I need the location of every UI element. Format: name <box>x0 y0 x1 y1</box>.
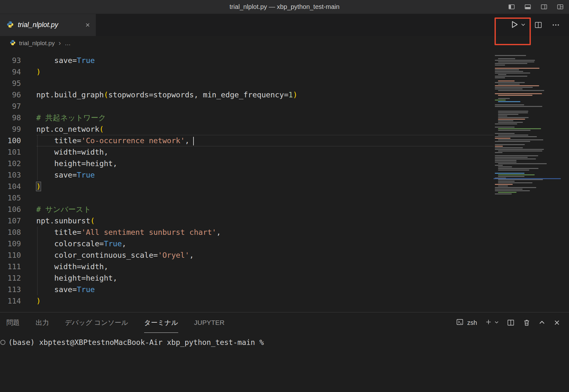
close-tab-icon[interactable] <box>85 22 91 28</box>
more-actions-icon[interactable] <box>551 21 560 29</box>
code-line-102[interactable]: 102 height=height, <box>0 158 494 169</box>
toggle-panel-icon[interactable] <box>524 3 531 10</box>
breadcrumb-file[interactable]: trial_nlplot.py <box>19 40 55 47</box>
code-token: stopwords=stopwords, min_edge_frequency= <box>108 90 288 99</box>
minimap-line <box>498 112 528 113</box>
minimap-line <box>495 127 515 128</box>
code-text[interactable]: save=True <box>36 55 494 66</box>
code-text[interactable]: height=height, <box>36 158 494 169</box>
panel-tab-debug-console[interactable]: デバッグ コンソール <box>65 312 128 333</box>
code-text[interactable]: # サンバースト <box>36 204 494 215</box>
split-editor-icon[interactable] <box>534 21 543 29</box>
code-text[interactable]: # 共起ネットワーク <box>36 112 494 123</box>
minimap-line <box>498 130 530 131</box>
close-panel-icon[interactable] <box>553 319 561 326</box>
code-text[interactable]: ) <box>36 181 494 192</box>
code-text[interactable] <box>36 192 494 204</box>
terminal-shell-selector[interactable]: zsh <box>456 318 477 328</box>
minimap-line <box>498 192 516 193</box>
terminal-prompt[interactable]: (base) xbptest@XBPtestnoMacBook-Air xbp_… <box>8 338 264 346</box>
code-line-105[interactable]: 105 <box>0 192 494 204</box>
code-line-106[interactable]: 106# サンバースト <box>0 204 494 215</box>
code-line-107[interactable]: 107npt.sunburst( <box>0 215 494 227</box>
toggle-secondary-sidebar-icon[interactable] <box>540 3 548 10</box>
code-text[interactable]: colorscale=True, <box>36 238 494 249</box>
code-text[interactable]: title='Co-occurrence network', <box>36 135 494 146</box>
kill-terminal-icon[interactable] <box>523 318 531 327</box>
terminal-panel[interactable]: (base) xbptest@XBPtestnoMacBook-Air xbp_… <box>0 333 569 347</box>
line-number: 99 <box>0 123 21 135</box>
code-line-99[interactable]: 99npt.co_network( <box>0 123 494 135</box>
code-text[interactable]: title='All sentiment sunburst chart', <box>36 227 494 238</box>
split-terminal-icon[interactable] <box>507 318 515 327</box>
code-text[interactable] <box>36 101 494 112</box>
code-line-97[interactable]: 97 <box>0 101 494 112</box>
line-number: 110 <box>0 249 21 261</box>
panel-tab-output[interactable]: 出力 <box>36 312 49 333</box>
maximize-panel-icon[interactable] <box>538 319 545 326</box>
minimap-line <box>498 150 542 151</box>
minimap-line <box>498 116 507 116</box>
line-number: 97 <box>0 101 21 112</box>
code-text[interactable]: save=True <box>36 169 494 181</box>
code-line-110[interactable]: 110 color_continuous_scale='Oryel', <box>0 249 494 261</box>
code-token: # 共起ネットワーク <box>36 113 106 122</box>
code-line-109[interactable]: 109 colorscale=True, <box>0 238 494 249</box>
panel-tab-problems[interactable]: 問題 <box>6 312 20 333</box>
code-line-111[interactable]: 111 width=width, <box>0 261 494 272</box>
tab-trial-nlplot[interactable]: trial_nlplot.py <box>0 14 96 36</box>
code-line-113[interactable]: 113 save=True <box>0 284 494 295</box>
code-line-108[interactable]: 108 title='All sentiment sunburst chart'… <box>0 227 494 238</box>
code-line-93[interactable]: 93 save=True <box>0 55 494 66</box>
run-python-file-button[interactable] <box>509 19 519 31</box>
customize-layout-icon[interactable] <box>557 3 564 10</box>
code-text[interactable]: npt.sunburst( <box>36 215 494 227</box>
code-line-96[interactable]: 96npt.build_graph(stopwords=stopwords, m… <box>0 89 494 101</box>
code-pane[interactable]: 93 save=True94)9596npt.build_graph(stopw… <box>0 51 494 312</box>
panel-tab-terminal[interactable]: ターミナル <box>144 312 178 333</box>
code-text[interactable]: width=width, <box>36 261 494 272</box>
code-text[interactable]: save=True <box>36 284 494 295</box>
line-number: 113 <box>0 284 21 295</box>
tab-label: trial_nlplot.py <box>18 21 58 29</box>
code-text[interactable]: ) <box>36 295 494 307</box>
minimap-line <box>495 187 536 188</box>
code-text[interactable]: color_continuous_scale='Oryel', <box>36 249 494 261</box>
line-number: 111 <box>0 261 21 272</box>
code-line-95[interactable]: 95 <box>0 78 494 89</box>
code-text[interactable]: npt.build_graph(stopwords=stopwords, min… <box>36 89 494 101</box>
minimap-line <box>495 100 506 101</box>
code-text[interactable]: ) <box>36 66 494 78</box>
code-line-103[interactable]: 103 save=True <box>0 169 494 181</box>
terminal-profile-chevron-icon[interactable] <box>494 320 499 326</box>
code-line-112[interactable]: 112 height=height, <box>0 272 494 284</box>
shell-label: zsh <box>467 319 477 326</box>
code-text[interactable]: height=height, <box>36 272 494 284</box>
code-line-101[interactable]: 101 width=width, <box>0 146 494 158</box>
minimap-line <box>495 149 544 150</box>
minimap-line <box>498 163 547 164</box>
code-text[interactable] <box>36 78 494 89</box>
code-text[interactable]: npt.co_network( <box>36 123 494 135</box>
minimap[interactable] <box>494 51 569 312</box>
line-number: 104 <box>0 181 21 192</box>
code-line-114[interactable]: 114) <box>0 295 494 307</box>
minimap-line <box>495 85 539 86</box>
breadcrumb-more[interactable]: … <box>65 40 71 47</box>
panel-tab-jupyter[interactable]: JUPYTER <box>194 312 225 333</box>
code-line-94[interactable]: 94) <box>0 66 494 78</box>
toggle-primary-sidebar-icon[interactable] <box>508 3 515 10</box>
minimap-line <box>498 135 528 136</box>
line-number: 105 <box>0 192 21 204</box>
new-terminal-icon[interactable] <box>485 318 492 327</box>
code-line-104[interactable]: 104) <box>0 181 494 192</box>
title-bar: trial_nlplot.py — xbp_python_test-main <box>0 0 569 14</box>
run-dropdown-chevron-icon[interactable] <box>521 22 526 28</box>
minimap-line <box>495 136 537 137</box>
code-text[interactable]: width=width, <box>36 146 494 158</box>
code-line-98[interactable]: 98# 共起ネットワーク <box>0 112 494 123</box>
minimap-line <box>495 108 559 108</box>
minimap-line <box>495 57 559 58</box>
code-line-100[interactable]: 100 title='Co-occurrence network', <box>0 135 494 146</box>
minimap-line <box>495 162 516 163</box>
